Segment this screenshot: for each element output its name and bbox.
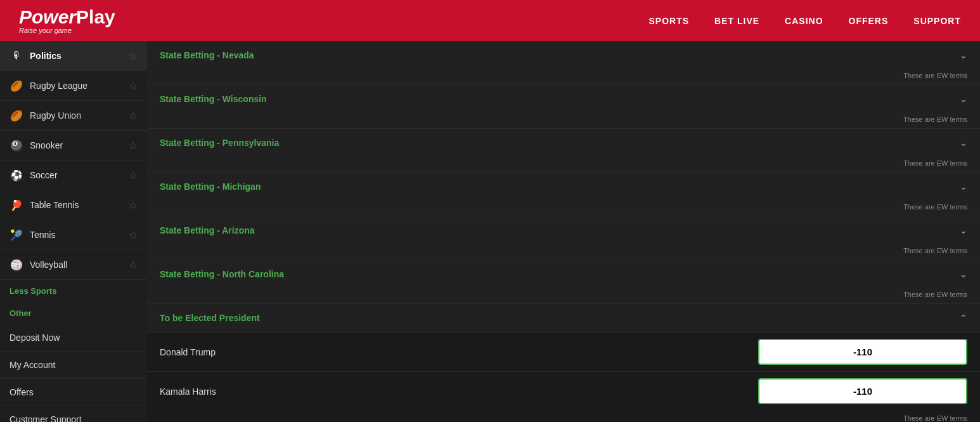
sidebar-item-label: Snooker — [30, 140, 129, 150]
sidebar-item-deposit-now[interactable]: Deposit Now — [0, 324, 147, 352]
volleyball-icon: 🏐 — [10, 258, 23, 272]
chevron-down-icon: ⌄ — [960, 138, 967, 148]
favorite-star-icon[interactable]: ☆ — [129, 50, 138, 62]
section-north-carolina-title: State Betting - North Carolina — [160, 269, 284, 279]
section-north-carolina-ew: These are EW terms — [147, 288, 980, 303]
section-michigan-ew: These are EW terms — [147, 201, 980, 216]
other-section-label: Other — [0, 302, 147, 324]
favorite-star-icon[interactable]: ☆ — [129, 110, 138, 122]
section-wisconsin-ew: These are EW terms — [147, 113, 980, 128]
layout: 🎙 Politics ☆ 🏉 Rugby League ☆ 🏉 Rugby Un… — [0, 41, 980, 422]
section-pennsylvania-header[interactable]: State Betting - Pennsylvania ⌄ — [147, 129, 980, 157]
sidebar-item-label: Rugby League — [30, 81, 129, 91]
logo-tagline: Raise your game — [19, 27, 115, 34]
sidebar-item-label: Volleyball — [30, 260, 129, 270]
chevron-down-icon: ⌄ — [960, 94, 967, 104]
nav-support[interactable]: SUPPORT — [913, 16, 961, 26]
sidebar-item-label: Soccer — [30, 170, 129, 180]
sidebar: 🎙 Politics ☆ 🏉 Rugby League ☆ 🏉 Rugby Un… — [0, 41, 147, 422]
favorite-star-icon[interactable]: ☆ — [129, 80, 138, 92]
my-account-label: My Account — [10, 360, 55, 370]
section-pennsylvania-title: State Betting - Pennsylvania — [160, 138, 279, 148]
odds-button-trump[interactable]: -110 — [758, 339, 967, 365]
section-nevada: State Betting - Nevada ⌄ These are EW te… — [147, 41, 980, 85]
section-nevada-title: State Betting - Nevada — [160, 50, 254, 60]
logo: PowerPlay — [19, 8, 115, 27]
favorite-star-icon[interactable]: ☆ — [129, 229, 138, 241]
main-content: State Betting - Nevada ⌄ These are EW te… — [147, 41, 980, 422]
section-michigan-header[interactable]: State Betting - Michigan ⌄ — [147, 173, 980, 201]
sidebar-item-politics[interactable]: 🎙 Politics ☆ — [0, 41, 147, 71]
president-title: To be Elected President — [160, 313, 260, 323]
sidebar-item-label: Table Tennis — [30, 200, 129, 210]
deposit-now-label: Deposit Now — [10, 333, 60, 343]
chevron-up-icon: ⌃ — [960, 313, 967, 323]
sidebar-item-customer-support[interactable]: Customer Support — [0, 406, 147, 422]
microphone-icon: 🎙 — [10, 49, 23, 63]
section-michigan-title: State Betting - Michigan — [160, 181, 261, 192]
favorite-star-icon[interactable]: ☆ — [129, 259, 138, 271]
nav-bet-live[interactable]: BET LIVE — [714, 16, 759, 26]
less-sports-button[interactable]: Less Sports — [0, 280, 147, 302]
table-tennis-icon: 🏓 — [10, 198, 23, 212]
sidebar-item-snooker[interactable]: 🎱 Snooker ☆ — [0, 131, 147, 161]
rugby-union-icon: 🏉 — [10, 109, 23, 122]
tennis-icon: 🎾 — [10, 228, 23, 242]
section-michigan: State Betting - Michigan ⌄ These are EW … — [147, 173, 980, 216]
section-wisconsin: State Betting - Wisconsin ⌄ These are EW… — [147, 85, 980, 129]
sidebar-item-tennis[interactable]: 🎾 Tennis ☆ — [0, 220, 147, 250]
section-north-carolina: State Betting - North Carolina ⌄ These a… — [147, 260, 980, 304]
section-wisconsin-title: State Betting - Wisconsin — [160, 94, 267, 104]
section-nevada-ew: These are EW terms — [147, 69, 980, 84]
favorite-star-icon[interactable]: ☆ — [129, 169, 138, 181]
section-arizona: State Betting - Arizona ⌄ These are EW t… — [147, 216, 980, 260]
chevron-down-icon: ⌄ — [960, 225, 967, 235]
candidate-row-trump: Donald Trump -110 — [147, 332, 980, 371]
soccer-icon: ⚽ — [10, 168, 23, 182]
header-nav: SPORTS BET LIVE CASINO OFFERS SUPPORT — [648, 16, 961, 26]
section-pennsylvania: State Betting - Pennsylvania ⌄ These are… — [147, 129, 980, 173]
chevron-down-icon: ⌄ — [960, 50, 967, 60]
favorite-star-icon[interactable]: ☆ — [129, 199, 138, 211]
section-pennsylvania-ew: These are EW terms — [147, 157, 980, 172]
sidebar-item-rugby-league[interactable]: 🏉 Rugby League ☆ — [0, 71, 147, 101]
section-nevada-header[interactable]: State Betting - Nevada ⌄ — [147, 41, 980, 69]
candidate-name-trump: Donald Trump — [160, 347, 216, 357]
president-header[interactable]: To be Elected President ⌃ — [147, 304, 980, 332]
section-arizona-header[interactable]: State Betting - Arizona ⌄ — [147, 216, 980, 244]
sidebar-item-soccer[interactable]: ⚽ Soccer ☆ — [0, 161, 147, 190]
candidate-name-harris: Kamala Harris — [160, 386, 216, 397]
section-arizona-title: State Betting - Arizona — [160, 225, 255, 235]
header: PowerPlay Raise your game SPORTS BET LIV… — [0, 0, 980, 41]
favorite-star-icon[interactable]: ☆ — [129, 140, 138, 152]
odds-button-harris[interactable]: -110 — [758, 378, 967, 404]
section-wisconsin-header[interactable]: State Betting - Wisconsin ⌄ — [147, 85, 980, 113]
sidebar-item-rugby-union[interactable]: 🏉 Rugby Union ☆ — [0, 101, 147, 131]
candidate-row-harris: Kamala Harris -110 — [147, 371, 980, 411]
section-north-carolina-header[interactable]: State Betting - North Carolina ⌄ — [147, 260, 980, 288]
rugby-league-icon: 🏉 — [10, 79, 23, 93]
nav-casino[interactable]: CASINO — [785, 16, 823, 26]
offers-label: Offers — [10, 387, 34, 397]
sidebar-item-volleyball[interactable]: 🏐 Volleyball ☆ — [0, 250, 147, 280]
president-ew-terms: These are EW terms — [147, 411, 980, 422]
sidebar-item-my-account[interactable]: My Account — [0, 352, 147, 379]
sidebar-item-label: Tennis — [30, 230, 129, 240]
sidebar-item-label: Rugby Union — [30, 110, 129, 121]
section-arizona-ew: These are EW terms — [147, 244, 980, 260]
nav-offers[interactable]: OFFERS — [849, 16, 889, 26]
chevron-down-icon: ⌄ — [960, 269, 967, 279]
sidebar-item-label: Politics — [30, 51, 129, 61]
sidebar-item-table-tennis[interactable]: 🏓 Table Tennis ☆ — [0, 190, 147, 220]
logo-area: PowerPlay Raise your game — [19, 8, 115, 34]
customer-support-label: Customer Support — [10, 414, 82, 422]
nav-sports[interactable]: SPORTS — [648, 16, 689, 26]
chevron-down-icon: ⌄ — [960, 181, 967, 192]
section-president: To be Elected President ⌃ Donald Trump -… — [147, 304, 980, 422]
sidebar-item-offers[interactable]: Offers — [0, 379, 147, 406]
snooker-icon: 🎱 — [10, 138, 23, 152]
